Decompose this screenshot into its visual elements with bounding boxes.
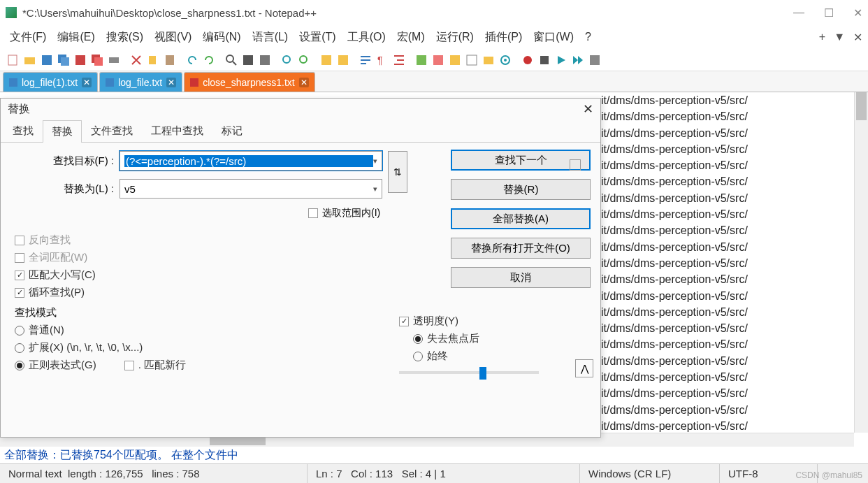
menu-view[interactable]: 视图(V) — [150, 27, 196, 48]
maximize-button[interactable]: ☐ — [824, 6, 834, 20]
close-all-icon[interactable] — [89, 52, 105, 68]
dlgtab-find[interactable]: 查找 — [3, 120, 43, 142]
dlgtab-findfiles[interactable]: 文件查找 — [82, 120, 142, 142]
cancel-button[interactable]: 取消 — [451, 267, 591, 288]
dropdown-icon[interactable]: ▾ — [373, 157, 377, 166]
replace-all-button[interactable]: 全部替换(A) — [451, 208, 591, 229]
menu-chevron-icon[interactable]: ▼ — [834, 31, 845, 44]
replace-button[interactable]: 替换(R) — [451, 179, 591, 200]
dlgtab-mark[interactable]: 标记 — [212, 120, 252, 142]
findnext-only-checkbox[interactable] — [570, 159, 581, 171]
status-lines: 758 — [182, 468, 200, 480]
replace-all-open-button[interactable]: 替换所有打开文件(O) — [451, 238, 591, 259]
mode-regex-radio[interactable] — [15, 361, 24, 370]
dlgtab-replace[interactable]: 替换 — [43, 120, 82, 143]
mode-normal-radio[interactable] — [15, 326, 24, 336]
replace-input[interactable]: v5 ▾ — [120, 179, 382, 199]
mode-normal-label: 普通(N) — [29, 324, 64, 337]
play-icon[interactable] — [554, 52, 569, 68]
zoom-out-icon[interactable] — [296, 52, 312, 68]
in-selection-checkbox[interactable] — [308, 208, 318, 218]
matchnewline-checkbox[interactable] — [124, 361, 134, 370]
status-enc: UTF-8 — [728, 468, 758, 480]
scrollbar-thumb[interactable] — [856, 92, 867, 120]
tab-close-sharpness[interactable]: close_sharpness1.txt ✕ — [184, 72, 315, 92]
menu-language[interactable]: 语言(L) — [248, 27, 293, 48]
redo-icon[interactable] — [201, 52, 217, 68]
menu-file[interactable]: 文件(F) — [6, 27, 50, 48]
allchars-icon[interactable]: ¶ — [375, 52, 390, 68]
stop-icon[interactable] — [537, 52, 552, 68]
status-sel-label: Sel : — [402, 468, 423, 480]
trans-onlost-radio[interactable] — [413, 334, 423, 344]
save-icon[interactable] — [39, 52, 55, 68]
expand-button[interactable]: ⋀ — [575, 359, 593, 377]
svg-rect-32 — [590, 55, 600, 65]
wrap-checkbox[interactable] — [15, 288, 24, 298]
open-file-icon[interactable] — [22, 52, 38, 68]
record-icon[interactable] — [520, 52, 535, 68]
matchcase-checkbox[interactable] — [15, 271, 24, 280]
folder-icon[interactable] — [481, 52, 496, 68]
backward-checkbox — [15, 236, 24, 245]
trans-always-radio[interactable] — [413, 352, 423, 361]
transparency-checkbox[interactable] — [399, 317, 409, 326]
doc-list-icon[interactable] — [447, 52, 463, 68]
tab-logfile[interactable]: log_file.txt ✕ — [99, 72, 182, 92]
close-file-icon[interactable] — [73, 52, 88, 68]
save-all-icon[interactable] — [56, 52, 71, 68]
cut-icon[interactable] — [129, 52, 144, 68]
menu-run[interactable]: 运行(R) — [432, 27, 478, 48]
lang-icon[interactable] — [414, 52, 429, 68]
menu-search[interactable]: 搜索(S) — [102, 27, 147, 48]
tab-close-icon[interactable]: ✕ — [166, 78, 176, 87]
wordwrap-icon[interactable] — [358, 52, 373, 68]
save-macro-icon[interactable] — [587, 52, 602, 68]
tab-logfile1[interactable]: log_file(1).txt ✕ — [3, 72, 98, 92]
transparency-slider[interactable] — [399, 371, 539, 374]
print-icon[interactable] — [106, 52, 122, 68]
close-window-button[interactable]: ✕ — [853, 6, 862, 20]
new-file-icon[interactable] — [6, 52, 21, 68]
play-multi-icon[interactable] — [570, 52, 586, 68]
sync-v-icon[interactable] — [319, 52, 334, 68]
dropdown-icon[interactable]: ▾ — [373, 185, 377, 194]
dlgtab-findproj[interactable]: 工程中查找 — [142, 120, 212, 142]
tab-close-icon[interactable]: ✕ — [82, 78, 92, 87]
slider-handle[interactable] — [479, 367, 486, 380]
menu-tools[interactable]: 工具(O) — [343, 27, 390, 48]
menu-settings[interactable]: 设置(T) — [295, 27, 340, 48]
svg-rect-2 — [42, 55, 52, 65]
menu-window[interactable]: 窗口(W) — [529, 27, 578, 48]
replace-icon[interactable] — [240, 52, 256, 68]
vertical-scrollbar[interactable] — [854, 92, 868, 433]
indent-icon[interactable] — [391, 52, 407, 68]
copy-icon[interactable] — [145, 52, 161, 68]
menu-encoding[interactable]: 编码(N) — [198, 27, 245, 48]
zoom-in-icon[interactable] — [280, 52, 295, 68]
menu-close-icon[interactable]: ✕ — [853, 31, 862, 44]
menu-macro[interactable]: 宏(M) — [393, 27, 429, 48]
swap-button[interactable]: ⇅ — [388, 151, 407, 193]
wholeword-checkbox — [15, 253, 24, 263]
menu-help[interactable]: ? — [581, 28, 595, 46]
undo-icon[interactable] — [185, 52, 200, 68]
dialog-close-button[interactable]: ✕ — [583, 101, 593, 117]
func-list-icon[interactable] — [464, 52, 479, 68]
paste-icon[interactable] — [162, 52, 178, 68]
svg-point-26 — [504, 59, 507, 62]
svg-rect-7 — [94, 57, 103, 66]
goto-icon[interactable] — [257, 52, 273, 68]
tab-label: close_sharpness1.txt — [203, 77, 295, 88]
minimize-button[interactable]: — — [793, 6, 804, 20]
find-input[interactable]: (?<=perception-).*(?=/src) ▾ — [120, 151, 382, 171]
tab-close-icon[interactable]: ✕ — [299, 78, 309, 87]
monitor-icon[interactable] — [498, 52, 513, 68]
menu-plus-icon[interactable]: + — [819, 31, 825, 44]
mode-extended-radio[interactable] — [15, 343, 24, 353]
menu-plugins[interactable]: 插件(P) — [481, 27, 526, 48]
sync-h-icon[interactable] — [335, 52, 351, 68]
doc-map-icon[interactable] — [431, 52, 446, 68]
menu-edit[interactable]: 编辑(E) — [53, 27, 99, 48]
find-icon[interactable] — [224, 52, 239, 68]
